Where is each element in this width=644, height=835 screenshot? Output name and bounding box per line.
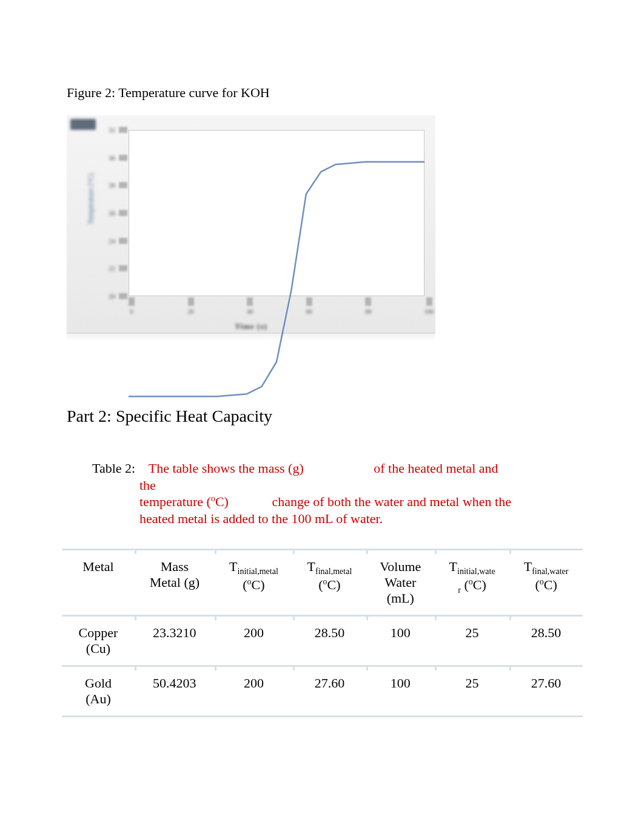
y-tick-label: 24: [104, 237, 115, 245]
x-tick-label: 80: [365, 308, 371, 315]
table-row: Gold (Au) 50.4203 200 27.60 100 25 27.60: [62, 666, 583, 717]
th-metal-label: Metal: [82, 559, 113, 574]
y-tick-label: 20: [104, 292, 115, 300]
cell-volume: 100: [366, 666, 435, 717]
cell-t-final-water: 27.60: [509, 666, 583, 717]
y-tick-mark: [119, 182, 127, 188]
th-degC-open: (: [535, 577, 539, 592]
chart-container: Temperature (°C) 20 22 24 26 28 30 32 0 …: [67, 115, 435, 334]
th-degC-open: (: [465, 577, 469, 592]
y-tick-mark: [119, 293, 127, 299]
chart-y-axis: 20 22 24 26 28 30 32: [103, 130, 127, 296]
y-tick-mark: [119, 238, 127, 244]
th-degC-sup: o: [469, 577, 473, 586]
th-sub-fw: final,water: [532, 567, 568, 576]
table-2-caption-e: C): [215, 494, 229, 509]
th-mass-unit: Metal (g): [150, 575, 200, 590]
table-2-caption-f: change of both the water and metal when …: [272, 494, 511, 509]
chart-y-label: Temperature (°C): [87, 174, 96, 225]
table-2-caption-c: the: [139, 478, 156, 493]
th-degC-close: C): [327, 577, 341, 592]
y-tick-label: 32: [104, 126, 115, 134]
table-2-caption-b: of the heated metal and: [374, 461, 498, 476]
cell-t-final-metal: 28.50: [293, 616, 366, 666]
table-2-caption: Table 2: The table shows the mass (g) of…: [67, 460, 577, 527]
chart-title-blur: [70, 119, 96, 130]
y-tick-mark: [119, 127, 127, 133]
th-t-initial-water: Tinitial,wate r (oC): [435, 550, 509, 616]
th-vol-label: Volume: [380, 559, 421, 574]
table-header-row: Metal Mass Metal (g) Tinitial,metal (oC)…: [62, 550, 583, 616]
x-tick-label: 60: [306, 308, 312, 315]
cell-t-initial-water: 25: [435, 616, 509, 666]
x-tick-mark: [365, 297, 371, 306]
cell-t-initial-water: 25: [435, 666, 509, 717]
th-mass-label: Mass: [161, 559, 189, 574]
x-tick-mark: [188, 297, 194, 306]
x-tick-mark: [129, 297, 135, 306]
cell-volume: 100: [366, 616, 435, 666]
cell-mass: 50.4203: [135, 666, 215, 717]
cell-t-initial-metal: 200: [215, 666, 293, 717]
specific-heat-table: Metal Mass Metal (g) Tinitial,metal (oC)…: [62, 549, 583, 717]
th-vol-label2: Water: [384, 575, 416, 590]
chart-x-label: Time (s): [235, 322, 267, 331]
th-vol-unit: (mL): [387, 590, 414, 606]
th-degC-sup: o: [323, 577, 327, 586]
th-degC-sup: o: [247, 577, 252, 586]
chart-x-axis: 0 20 40 60 80 100: [129, 297, 424, 316]
cell-t-final-water: 28.50: [509, 616, 583, 666]
temperature-curve: [129, 162, 424, 396]
metal-name: Copper: [79, 625, 118, 640]
y-tick-mark: [119, 265, 127, 271]
x-tick-mark: [247, 297, 253, 306]
cell-t-final-metal: 27.60: [293, 666, 366, 717]
th-sub-fm: final,metal: [315, 567, 352, 576]
th-sub-iw: initial,wate: [457, 567, 495, 576]
y-tick-mark: [119, 210, 127, 216]
metal-symbol: (Cu): [86, 641, 110, 656]
th-degC-close: C): [544, 577, 557, 592]
th-degC-open: (: [243, 577, 247, 592]
cell-metal: Gold (Au): [62, 666, 135, 717]
th-degC-close: C): [473, 577, 486, 592]
th-sub-iw2: r: [458, 585, 461, 594]
th-metal: Metal: [62, 550, 135, 616]
table-row: Copper (Cu) 23.3210 200 28.50 100 25 28.…: [62, 616, 583, 666]
x-tick-mark: [306, 297, 312, 306]
chart-line-svg: [129, 130, 424, 426]
x-tick-mark: [426, 297, 432, 306]
metal-name: Gold: [85, 675, 112, 691]
th-T-label: T: [307, 559, 315, 574]
table-2-caption-sup: o: [211, 494, 215, 503]
th-degC-open: (: [318, 577, 323, 592]
th-sub-im: initial,metal: [238, 567, 278, 576]
y-tick-label: 28: [104, 181, 115, 189]
x-tick-label: 100: [424, 308, 434, 315]
th-T-label: T: [449, 559, 457, 574]
table-2-caption-d: temperature (: [139, 494, 211, 509]
th-T-label: T: [229, 559, 237, 574]
cell-t-initial-metal: 200: [215, 616, 293, 666]
y-tick-mark: [119, 155, 127, 161]
y-tick-label: 26: [104, 209, 115, 217]
th-volume: Volume Water (mL): [366, 550, 435, 616]
x-tick-label: 40: [247, 308, 253, 315]
table-2-caption-g: heated metal is added to the 100 mL of w…: [139, 511, 383, 526]
metal-symbol: (Au): [86, 691, 111, 706]
y-tick-label: 22: [104, 265, 115, 272]
figure-2-caption: Figure 2: Temperature curve for KOH: [67, 85, 577, 101]
th-mass: Mass Metal (g): [135, 550, 215, 616]
cell-mass: 23.3210: [135, 616, 215, 666]
th-t-final-water: Tfinal,water (oC): [509, 550, 583, 616]
th-degC-sup: o: [540, 577, 544, 586]
th-T-label: T: [524, 559, 532, 574]
table-2-caption-a: The table shows the mass (g): [149, 461, 304, 476]
th-t-initial-metal: Tinitial,metal (oC): [215, 550, 293, 616]
cell-metal: Copper (Cu): [62, 616, 135, 666]
x-tick-label: 20: [188, 308, 194, 315]
th-t-final-metal: Tfinal,metal (oC): [293, 550, 366, 616]
th-degC-close: C): [252, 577, 265, 592]
table-2-caption-prefix: Table 2:: [92, 461, 135, 476]
y-tick-label: 30: [104, 154, 115, 161]
